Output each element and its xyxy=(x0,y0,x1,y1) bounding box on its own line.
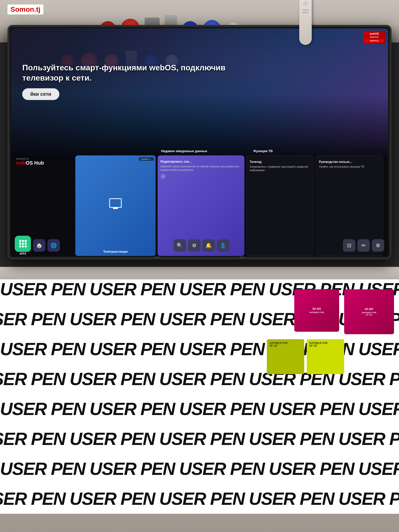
connect-button[interactable]: йки сети xyxy=(22,88,59,100)
section-recent-label: Недавно введенные данные xyxy=(161,149,248,153)
webos-hub-branding: powered by webOS Hub xyxy=(16,155,73,168)
notification-button[interactable]: 🔔 xyxy=(202,239,215,252)
apps-grid-icon xyxy=(19,240,27,247)
apps-label: APPS xyxy=(19,252,26,255)
globe-icon: 🌐 xyxy=(51,242,57,248)
card-manual-desc: Узнайте, как использовать функции ТВ. xyxy=(319,165,380,169)
webos-badge: webOS NanoCell NETFLIX xyxy=(363,31,386,43)
notification-icon: 🔔 xyxy=(205,242,212,248)
home-icon: 🏠 xyxy=(36,242,42,248)
tv-content-bottom: Недавно введенные данные Функции ТВ powe… xyxy=(11,147,388,256)
section-tvfunc-label: Функции ТВ xyxy=(253,149,328,153)
main-headline: Пользуйтесь смарт-функциями webOS, подкл… xyxy=(22,63,267,83)
apps-taskbar-item: APPS xyxy=(15,236,31,255)
tv-frame: webOS NanoCell NETFLIX Пользуйтесь смарт… xyxy=(7,25,392,259)
card-guide-desc: Ознакомьтесь с графиком трансляций и раз… xyxy=(250,165,310,172)
search-icon: 🔍 xyxy=(177,242,183,248)
tv-leg-left xyxy=(155,257,160,259)
card-recently-badge: Недавно в... xyxy=(139,157,153,161)
tv-remote xyxy=(299,0,312,45)
search-button[interactable]: 🔍 xyxy=(174,239,186,252)
settings-button[interactable]: ⚙ xyxy=(188,239,200,252)
home-button[interactable]: 🏠 xyxy=(33,239,45,252)
main-text-area: Пользуйтесь смарт-функциями webOS, подкл… xyxy=(22,63,267,100)
tv-screen: webOS NanoCell NETFLIX Пользуйтесь смарт… xyxy=(11,28,388,256)
apps-button[interactable] xyxy=(15,236,31,252)
user-pen-pattern: USER PEN USER PEN USER PEN USER PEN USER… xyxy=(0,274,399,532)
settings-icon: ⚙ xyxy=(192,242,197,248)
shelf-bottom xyxy=(0,267,399,279)
card-edit-desc: Изменить список приложений на главной ст… xyxy=(161,165,241,172)
card-guide-title: Телегид xyxy=(250,160,310,164)
powered-by-label: powered by xyxy=(16,157,73,160)
products-area: USER PEN USER PEN USER PEN USER PEN USER… xyxy=(0,274,399,532)
webos-badge-inner: webOS NanoCell NETFLIX xyxy=(363,31,386,43)
product-box-pink-1: SH 32P SUITABLE FOR 19"-34" xyxy=(344,289,394,334)
profile-button[interactable]: 👤 xyxy=(217,239,229,252)
screen-share-button[interactable]: ⊡ xyxy=(343,239,355,252)
card-edit-title: Редактировать спи... xyxy=(161,160,241,163)
screen-share-icon: ⊡ xyxy=(347,242,351,248)
tv-container: webOS NanoCell NETFLIX Пользуйтесь смарт… xyxy=(7,25,392,259)
globe-button[interactable]: 🌐 xyxy=(47,239,60,252)
card-tele-icon-area xyxy=(78,158,153,248)
quick-settings-icon: ⚙ xyxy=(376,242,380,248)
site-logo: Somon.tj xyxy=(7,4,43,14)
tv-legs xyxy=(155,257,244,259)
tv-leg-right xyxy=(239,257,244,259)
card-edit-arrow[interactable]: › xyxy=(161,174,166,179)
webos-hub-logo: webOS Hub xyxy=(16,160,73,166)
product-box-pink-2: SH 43S SUITABLE FOR xyxy=(294,289,339,332)
edit-button[interactable]: ✏ xyxy=(357,239,370,252)
profile-icon: 👤 xyxy=(220,242,226,248)
card-manual-title: Руководство пользо... xyxy=(319,160,380,164)
bottom-icons-bar: APPS 🏠 🌐 🔍 xyxy=(11,236,388,255)
section-headers: Недавно введенные данные Функции ТВ xyxy=(11,147,388,154)
product-box-yellow-1: SUITABLE FOR32"-65" xyxy=(307,339,344,374)
quick-settings-button[interactable]: ⚙ xyxy=(372,239,384,252)
edit-icon: ✏ xyxy=(362,242,366,248)
monitor-icon xyxy=(109,198,122,208)
product-box-yellow-2: SUITABLE FOR19"-43" xyxy=(267,339,304,374)
